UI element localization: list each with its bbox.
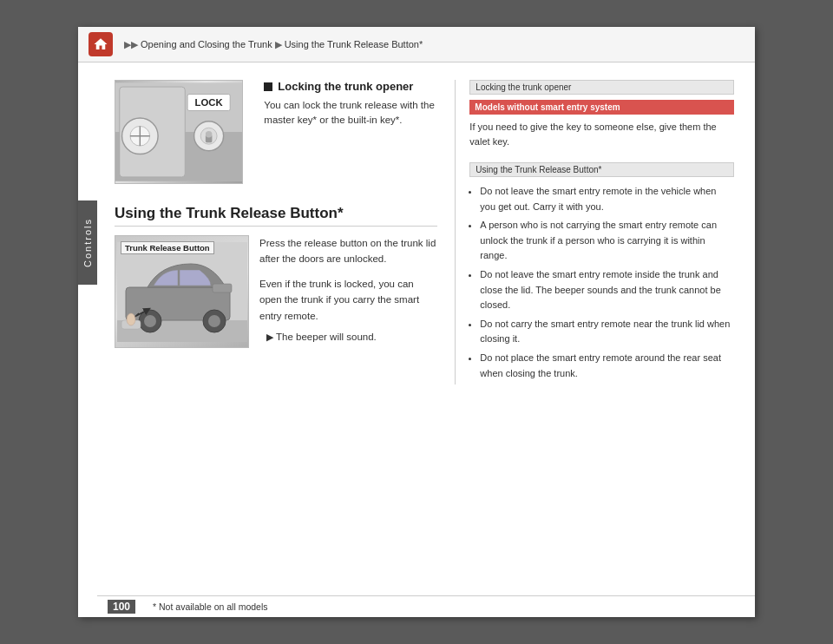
svg-point-22 [127, 313, 135, 325]
top-nav-bar: ▶▶ Opening and Closing the Trunk ▶ Using… [78, 27, 755, 62]
home-icon[interactable] [89, 32, 113, 56]
sidebar-controls-tab: Controls [78, 200, 97, 285]
footer-note: * Not available on all models [153, 601, 268, 612]
right-lock-title: Locking the trunk opener [469, 80, 734, 95]
page: ▶▶ Opening and Closing the Trunk ▶ Using… [78, 27, 755, 617]
svg-point-19 [208, 315, 220, 327]
lock-header-text: Locking the trunk opener [278, 80, 413, 93]
trunk-text-block: Press the release button on the trunk li… [259, 235, 437, 348]
bullet-item-2: A person who is not carrying the smart e… [480, 218, 734, 264]
main-content: LOCK Locking the trunk [97, 62, 755, 402]
trunk-section-title: Using the Trunk Release Button* [115, 205, 437, 227]
trunk-para1: Press the release button on the trunk li… [259, 235, 437, 267]
bullet-item-4: Do not carry the smart entry remote near… [480, 317, 734, 347]
lock-section-header: Locking the trunk opener [264, 80, 437, 93]
svg-point-17 [144, 315, 156, 327]
page-number: 100 [108, 600, 135, 614]
trunk-image-label: Trunk Release Button [121, 241, 214, 254]
trunk-release-section: Using the Trunk Release Button* Trunk Re… [115, 205, 437, 348]
sidebar-label: Controls [82, 218, 93, 267]
bullet-item-1: Do not leave the smart entry remote in t… [480, 184, 734, 214]
page-footer: 100 * Not available on all models [97, 595, 755, 617]
trunk-image: Trunk Release Button [115, 235, 249, 348]
breadcrumb-part2: Using the Trunk Release Button* [285, 39, 423, 49]
breadcrumb-part1: Opening and Closing the Trunk [141, 39, 272, 49]
svg-point-12 [206, 131, 213, 138]
lock-image: LOCK [115, 80, 243, 184]
trunk-bullet: ▶ The beeper will sound. [266, 329, 437, 345]
bullet-item-5: Do not place the smart entry remote arou… [480, 351, 734, 381]
warning-box: Models without smart entry system [469, 100, 734, 115]
right-lock-body: If you need to give the key to someone e… [469, 120, 734, 148]
right-trunk-title: Using the Trunk Release Button* [469, 162, 734, 177]
lock-section: LOCK Locking the trunk [115, 80, 437, 184]
svg-rect-20 [213, 284, 232, 292]
trunk-section-body: Trunk Release Button [115, 235, 437, 348]
trunk-para2: Even if the trunk is locked, you can ope… [259, 276, 437, 324]
bullet-item-3: Do not leave the smart entry remote insi… [480, 267, 734, 313]
right-bullet-list: Do not leave the smart entry remote in t… [469, 184, 734, 381]
svg-text:LOCK: LOCK [195, 97, 224, 108]
nav-arrow-2: ▶ [275, 39, 282, 50]
right-column: Locking the trunk opener Models without … [455, 80, 734, 384]
black-square-icon [264, 82, 272, 91]
trunk-bullet-text: The beeper will sound. [276, 332, 377, 342]
lock-body-text: You can lock the trunk release with the … [264, 98, 437, 128]
lock-text-block: Locking the trunk opener You can lock th… [264, 80, 437, 128]
nav-arrow-1: ▶▶ [124, 39, 138, 50]
left-column: LOCK Locking the trunk [115, 80, 437, 384]
